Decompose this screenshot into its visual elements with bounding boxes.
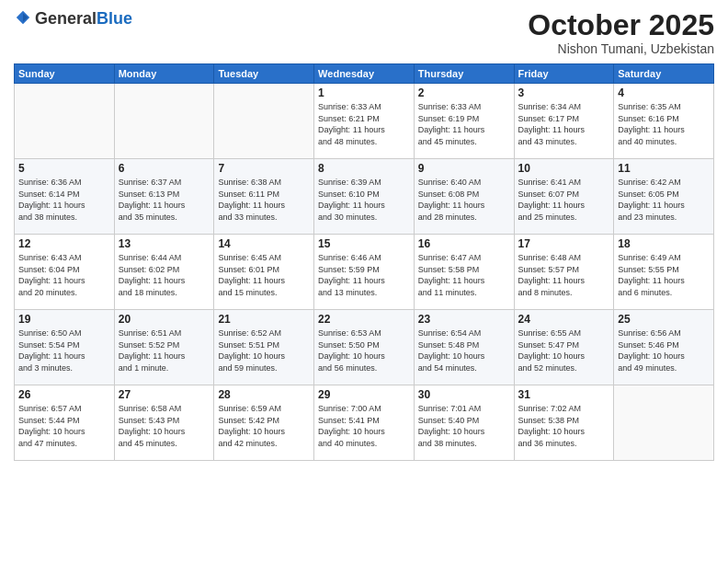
- day-number-1: 1: [318, 86, 410, 99]
- cell-w1-d2: 7Sunrise: 6:38 AMSunset: 6:11 PMDaylight…: [214, 159, 314, 235]
- cell-w0-d5: 3Sunrise: 6:34 AMSunset: 6:17 PMDaylight…: [514, 84, 614, 159]
- week-row-2: 12Sunrise: 6:43 AMSunset: 6:04 PMDayligh…: [15, 235, 714, 310]
- header-saturday: Saturday: [614, 64, 714, 84]
- day-number-6: 6: [119, 162, 210, 175]
- day-info-15: Sunrise: 6:46 AMSunset: 5:59 PMDaylight:…: [318, 252, 410, 298]
- day-info-17: Sunrise: 6:48 AMSunset: 5:57 PMDaylight:…: [518, 252, 610, 298]
- day-info-12: Sunrise: 6:43 AMSunset: 6:04 PMDaylight:…: [18, 252, 110, 298]
- cell-w4-d3: 29Sunrise: 7:00 AMSunset: 5:41 PMDayligh…: [314, 385, 415, 461]
- day-info-29: Sunrise: 7:00 AMSunset: 5:41 PMDaylight:…: [318, 403, 410, 449]
- logo-text: GeneralBlue: [35, 10, 132, 29]
- cell-w2-d6: 18Sunrise: 6:49 AMSunset: 5:55 PMDayligh…: [614, 235, 714, 310]
- cell-w1-d6: 11Sunrise: 6:42 AMSunset: 6:05 PMDayligh…: [614, 159, 714, 235]
- cell-w0-d1: [114, 84, 214, 159]
- day-info-11: Sunrise: 6:42 AMSunset: 6:05 PMDaylight:…: [618, 177, 710, 223]
- day-number-21: 21: [218, 313, 310, 326]
- day-info-24: Sunrise: 6:55 AMSunset: 5:47 PMDaylight:…: [518, 327, 610, 373]
- day-number-2: 2: [418, 86, 510, 99]
- day-number-31: 31: [518, 388, 610, 401]
- cell-w4-d1: 27Sunrise: 6:58 AMSunset: 5:43 PMDayligh…: [114, 385, 214, 461]
- day-number-26: 26: [18, 388, 110, 401]
- cell-w2-d3: 15Sunrise: 6:46 AMSunset: 5:59 PMDayligh…: [314, 235, 415, 310]
- cell-w3-d3: 22Sunrise: 6:53 AMSunset: 5:50 PMDayligh…: [314, 310, 415, 385]
- cell-w1-d1: 6Sunrise: 6:37 AMSunset: 6:13 PMDaylight…: [114, 159, 214, 235]
- day-number-18: 18: [618, 237, 710, 250]
- header-sunday: Sunday: [15, 64, 115, 84]
- cell-w0-d2: [214, 84, 314, 159]
- day-info-2: Sunrise: 6:33 AMSunset: 6:19 PMDaylight:…: [418, 101, 510, 147]
- day-info-10: Sunrise: 6:41 AMSunset: 6:07 PMDaylight:…: [518, 177, 610, 223]
- day-number-20: 20: [119, 313, 210, 326]
- cell-w3-d0: 19Sunrise: 6:50 AMSunset: 5:54 PMDayligh…: [15, 310, 115, 385]
- day-info-30: Sunrise: 7:01 AMSunset: 5:40 PMDaylight:…: [418, 403, 510, 449]
- location-subtitle: Nishon Tumani, Uzbekistan: [528, 41, 714, 56]
- header: GeneralBlue October 2025 Nishon Tumani, …: [14, 9, 714, 56]
- day-info-20: Sunrise: 6:51 AMSunset: 5:52 PMDaylight:…: [119, 327, 210, 373]
- day-info-31: Sunrise: 7:02 AMSunset: 5:38 PMDaylight:…: [518, 403, 610, 449]
- cell-w2-d4: 16Sunrise: 6:47 AMSunset: 5:58 PMDayligh…: [414, 235, 514, 310]
- cell-w4-d6: [614, 385, 714, 461]
- cell-w2-d1: 13Sunrise: 6:44 AMSunset: 6:02 PMDayligh…: [114, 235, 214, 310]
- day-number-30: 30: [418, 388, 510, 401]
- cell-w3-d1: 20Sunrise: 6:51 AMSunset: 5:52 PMDayligh…: [114, 310, 214, 385]
- logo: GeneralBlue: [14, 9, 132, 29]
- day-number-27: 27: [119, 388, 210, 401]
- calendar-table: Sunday Monday Tuesday Wednesday Thursday…: [14, 63, 714, 461]
- day-info-9: Sunrise: 6:40 AMSunset: 6:08 PMDaylight:…: [418, 177, 510, 223]
- cell-w3-d6: 25Sunrise: 6:56 AMSunset: 5:46 PMDayligh…: [614, 310, 714, 385]
- day-number-10: 10: [518, 162, 610, 175]
- day-info-6: Sunrise: 6:37 AMSunset: 6:13 PMDaylight:…: [119, 177, 210, 223]
- day-info-13: Sunrise: 6:44 AMSunset: 6:02 PMDaylight:…: [119, 252, 210, 298]
- logo-blue: Blue: [97, 9, 132, 28]
- day-number-23: 23: [418, 313, 510, 326]
- day-number-7: 7: [218, 162, 310, 175]
- day-number-9: 9: [418, 162, 510, 175]
- page: GeneralBlue October 2025 Nishon Tumani, …: [0, 0, 728, 563]
- cell-w4-d5: 31Sunrise: 7:02 AMSunset: 5:38 PMDayligh…: [514, 385, 614, 461]
- calendar-body: 1Sunrise: 6:33 AMSunset: 6:21 PMDaylight…: [15, 84, 714, 461]
- day-number-19: 19: [18, 313, 110, 326]
- logo-general: General: [35, 9, 97, 28]
- day-number-29: 29: [318, 388, 410, 401]
- header-tuesday: Tuesday: [214, 64, 314, 84]
- day-info-1: Sunrise: 6:33 AMSunset: 6:21 PMDaylight:…: [318, 101, 410, 147]
- day-info-25: Sunrise: 6:56 AMSunset: 5:46 PMDaylight:…: [618, 327, 710, 373]
- day-number-12: 12: [18, 237, 110, 250]
- day-number-14: 14: [218, 237, 310, 250]
- day-number-11: 11: [618, 162, 710, 175]
- header-thursday: Thursday: [414, 64, 514, 84]
- day-number-25: 25: [618, 313, 710, 326]
- day-number-22: 22: [318, 313, 410, 326]
- day-info-4: Sunrise: 6:35 AMSunset: 6:16 PMDaylight:…: [618, 101, 710, 147]
- day-number-15: 15: [318, 237, 410, 250]
- day-number-16: 16: [418, 237, 510, 250]
- week-row-4: 26Sunrise: 6:57 AMSunset: 5:44 PMDayligh…: [15, 385, 714, 461]
- cell-w1-d0: 5Sunrise: 6:36 AMSunset: 6:14 PMDaylight…: [15, 159, 115, 235]
- cell-w1-d4: 9Sunrise: 6:40 AMSunset: 6:08 PMDaylight…: [414, 159, 514, 235]
- week-row-1: 5Sunrise: 6:36 AMSunset: 6:14 PMDaylight…: [15, 159, 714, 235]
- week-row-0: 1Sunrise: 6:33 AMSunset: 6:21 PMDaylight…: [15, 84, 714, 159]
- cell-w3-d2: 21Sunrise: 6:52 AMSunset: 5:51 PMDayligh…: [214, 310, 314, 385]
- day-info-18: Sunrise: 6:49 AMSunset: 5:55 PMDaylight:…: [618, 252, 710, 298]
- day-number-24: 24: [518, 313, 610, 326]
- logo-icon: [15, 9, 31, 26]
- day-number-4: 4: [618, 86, 710, 99]
- cell-w3-d4: 23Sunrise: 6:54 AMSunset: 5:48 PMDayligh…: [414, 310, 514, 385]
- day-info-3: Sunrise: 6:34 AMSunset: 6:17 PMDaylight:…: [518, 101, 610, 147]
- cell-w2-d5: 17Sunrise: 6:48 AMSunset: 5:57 PMDayligh…: [514, 235, 614, 310]
- cell-w0-d0: [15, 84, 115, 159]
- day-info-21: Sunrise: 6:52 AMSunset: 5:51 PMDaylight:…: [218, 327, 310, 373]
- cell-w1-d5: 10Sunrise: 6:41 AMSunset: 6:07 PMDayligh…: [514, 159, 614, 235]
- cell-w4-d0: 26Sunrise: 6:57 AMSunset: 5:44 PMDayligh…: [15, 385, 115, 461]
- cell-w2-d2: 14Sunrise: 6:45 AMSunset: 6:01 PMDayligh…: [214, 235, 314, 310]
- cell-w0-d6: 4Sunrise: 6:35 AMSunset: 6:16 PMDaylight…: [614, 84, 714, 159]
- cell-w4-d4: 30Sunrise: 7:01 AMSunset: 5:40 PMDayligh…: [414, 385, 514, 461]
- day-info-26: Sunrise: 6:57 AMSunset: 5:44 PMDaylight:…: [18, 403, 110, 449]
- month-title: October 2025: [528, 9, 714, 41]
- cell-w0-d4: 2Sunrise: 6:33 AMSunset: 6:19 PMDaylight…: [414, 84, 514, 159]
- cell-w2-d0: 12Sunrise: 6:43 AMSunset: 6:04 PMDayligh…: [15, 235, 115, 310]
- header-wednesday: Wednesday: [314, 64, 415, 84]
- day-info-23: Sunrise: 6:54 AMSunset: 5:48 PMDaylight:…: [418, 327, 510, 373]
- day-number-5: 5: [18, 162, 110, 175]
- cell-w4-d2: 28Sunrise: 6:59 AMSunset: 5:42 PMDayligh…: [214, 385, 314, 461]
